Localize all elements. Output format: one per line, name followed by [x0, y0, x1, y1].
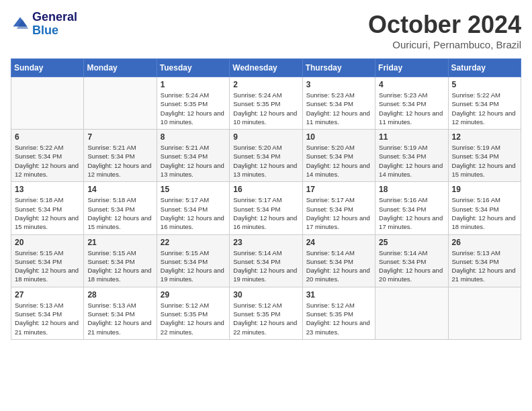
day-info: Sunrise: 5:15 AMSunset: 5:34 PMDaylight:… [15, 248, 80, 284]
day-number: 27 [15, 290, 80, 300]
day-number: 4 [379, 80, 444, 89]
weekday-header-monday: Monday [84, 59, 157, 77]
day-info: Sunrise: 5:18 AMSunset: 5:34 PMDaylight:… [87, 195, 152, 231]
day-number: 8 [161, 132, 226, 142]
day-number: 21 [87, 238, 152, 247]
day-info: Sunrise: 5:21 AMSunset: 5:34 PMDaylight:… [87, 143, 152, 179]
day-number: 17 [306, 185, 371, 194]
day-number: 30 [233, 290, 298, 300]
month-title: October 2024 [368, 11, 521, 39]
day-cell: 6Sunrise: 5:22 AMSunset: 5:34 PMDaylight… [11, 130, 84, 182]
day-number: 23 [233, 238, 298, 247]
day-info: Sunrise: 5:20 AMSunset: 5:34 PMDaylight:… [233, 143, 298, 179]
day-cell [375, 287, 448, 339]
day-number: 29 [161, 290, 226, 300]
day-cell: 11Sunrise: 5:19 AMSunset: 5:34 PMDayligh… [375, 130, 448, 182]
weekday-header-saturday: Saturday [448, 59, 521, 77]
day-info: Sunrise: 5:12 AMSunset: 5:35 PMDaylight:… [161, 301, 226, 336]
day-cell: 19Sunrise: 5:16 AMSunset: 5:34 PMDayligh… [448, 182, 521, 234]
day-info: Sunrise: 5:15 AMSunset: 5:34 PMDaylight:… [87, 248, 152, 284]
day-info: Sunrise: 5:13 AMSunset: 5:34 PMDaylight:… [87, 301, 152, 336]
day-number: 31 [306, 290, 371, 300]
day-number: 2 [233, 80, 298, 89]
day-info: Sunrise: 5:12 AMSunset: 5:35 PMDaylight:… [233, 301, 298, 336]
week-row-4: 20Sunrise: 5:15 AMSunset: 5:34 PMDayligh… [11, 234, 521, 287]
day-number: 25 [379, 238, 444, 247]
day-info: Sunrise: 5:14 AMSunset: 5:34 PMDaylight:… [306, 248, 371, 284]
day-info: Sunrise: 5:24 AMSunset: 5:35 PMDaylight:… [161, 91, 226, 126]
day-cell: 15Sunrise: 5:17 AMSunset: 5:34 PMDayligh… [157, 182, 229, 234]
day-number: 22 [161, 238, 226, 247]
day-number: 15 [161, 185, 226, 194]
day-cell: 4Sunrise: 5:23 AMSunset: 5:34 PMDaylight… [375, 77, 448, 130]
weekday-header-tuesday: Tuesday [157, 59, 229, 77]
day-cell: 30Sunrise: 5:12 AMSunset: 5:35 PMDayligh… [230, 287, 302, 339]
location-subtitle: Ouricuri, Pernambuco, Brazil [368, 39, 521, 50]
day-info: Sunrise: 5:23 AMSunset: 5:34 PMDaylight:… [379, 91, 444, 126]
day-cell: 26Sunrise: 5:13 AMSunset: 5:34 PMDayligh… [448, 234, 521, 287]
day-info: Sunrise: 5:16 AMSunset: 5:34 PMDaylight:… [379, 195, 444, 231]
day-number: 3 [306, 80, 371, 89]
day-cell: 22Sunrise: 5:15 AMSunset: 5:34 PMDayligh… [157, 234, 229, 287]
day-cell: 8Sunrise: 5:21 AMSunset: 5:34 PMDaylight… [157, 130, 229, 182]
day-info: Sunrise: 5:14 AMSunset: 5:34 PMDaylight:… [233, 248, 298, 284]
day-info: Sunrise: 5:16 AMSunset: 5:34 PMDaylight:… [452, 195, 517, 231]
day-cell: 13Sunrise: 5:18 AMSunset: 5:34 PMDayligh… [11, 182, 84, 234]
weekday-header-friday: Friday [375, 59, 448, 77]
day-number: 24 [306, 238, 371, 247]
logo-icon [11, 15, 30, 34]
logo-text: General Blue [32, 11, 77, 38]
day-cell: 23Sunrise: 5:14 AMSunset: 5:34 PMDayligh… [230, 234, 302, 287]
day-cell: 28Sunrise: 5:13 AMSunset: 5:34 PMDayligh… [84, 287, 157, 339]
day-info: Sunrise: 5:13 AMSunset: 5:34 PMDaylight:… [452, 248, 517, 284]
day-info: Sunrise: 5:19 AMSunset: 5:34 PMDaylight:… [452, 143, 517, 179]
day-cell: 1Sunrise: 5:24 AMSunset: 5:35 PMDaylight… [157, 77, 229, 130]
day-number: 26 [452, 238, 517, 247]
day-cell: 29Sunrise: 5:12 AMSunset: 5:35 PMDayligh… [157, 287, 229, 339]
day-number: 12 [452, 132, 517, 142]
day-cell [448, 287, 521, 339]
day-cell: 31Sunrise: 5:12 AMSunset: 5:35 PMDayligh… [302, 287, 375, 339]
day-cell: 2Sunrise: 5:24 AMSunset: 5:35 PMDaylight… [230, 77, 302, 130]
day-cell: 20Sunrise: 5:15 AMSunset: 5:34 PMDayligh… [11, 234, 84, 287]
weekday-header-thursday: Thursday [302, 59, 375, 77]
day-number: 1 [161, 80, 226, 89]
day-info: Sunrise: 5:17 AMSunset: 5:34 PMDaylight:… [306, 195, 371, 231]
day-cell: 18Sunrise: 5:16 AMSunset: 5:34 PMDayligh… [375, 182, 448, 234]
day-info: Sunrise: 5:24 AMSunset: 5:35 PMDaylight:… [233, 91, 298, 126]
day-info: Sunrise: 5:12 AMSunset: 5:35 PMDaylight:… [306, 301, 371, 336]
day-cell: 12Sunrise: 5:19 AMSunset: 5:34 PMDayligh… [448, 130, 521, 182]
day-cell [11, 77, 84, 130]
day-number: 6 [15, 132, 80, 142]
day-number: 5 [452, 80, 517, 89]
day-info: Sunrise: 5:18 AMSunset: 5:34 PMDaylight:… [15, 195, 80, 231]
logo-blue-text: Blue [32, 24, 58, 37]
day-cell: 25Sunrise: 5:14 AMSunset: 5:34 PMDayligh… [375, 234, 448, 287]
page-header: General Blue October 2024 Ouricuri, Pern… [11, 11, 521, 50]
day-cell: 5Sunrise: 5:22 AMSunset: 5:34 PMDaylight… [448, 77, 521, 130]
logo: General Blue [11, 11, 77, 38]
day-info: Sunrise: 5:14 AMSunset: 5:34 PMDaylight:… [379, 248, 444, 284]
day-cell: 10Sunrise: 5:20 AMSunset: 5:34 PMDayligh… [302, 130, 375, 182]
day-info: Sunrise: 5:13 AMSunset: 5:34 PMDaylight:… [15, 301, 80, 336]
day-info: Sunrise: 5:17 AMSunset: 5:34 PMDaylight:… [233, 195, 298, 231]
weekday-header-wednesday: Wednesday [230, 59, 302, 77]
week-row-5: 27Sunrise: 5:13 AMSunset: 5:34 PMDayligh… [11, 287, 521, 339]
day-number: 19 [452, 185, 517, 194]
logo-general: General [32, 10, 77, 24]
day-cell: 9Sunrise: 5:20 AMSunset: 5:34 PMDaylight… [230, 130, 302, 182]
week-row-1: 1Sunrise: 5:24 AMSunset: 5:35 PMDaylight… [11, 77, 521, 130]
day-number: 11 [379, 132, 444, 142]
day-cell: 16Sunrise: 5:17 AMSunset: 5:34 PMDayligh… [230, 182, 302, 234]
day-number: 7 [87, 132, 152, 142]
day-info: Sunrise: 5:23 AMSunset: 5:34 PMDaylight:… [306, 91, 371, 126]
day-cell: 24Sunrise: 5:14 AMSunset: 5:34 PMDayligh… [302, 234, 375, 287]
day-number: 28 [87, 290, 152, 300]
day-number: 14 [87, 185, 152, 194]
day-cell: 17Sunrise: 5:17 AMSunset: 5:34 PMDayligh… [302, 182, 375, 234]
day-cell [84, 77, 157, 130]
day-cell: 21Sunrise: 5:15 AMSunset: 5:34 PMDayligh… [84, 234, 157, 287]
week-row-3: 13Sunrise: 5:18 AMSunset: 5:34 PMDayligh… [11, 182, 521, 234]
day-number: 18 [379, 185, 444, 194]
day-number: 20 [15, 238, 80, 247]
